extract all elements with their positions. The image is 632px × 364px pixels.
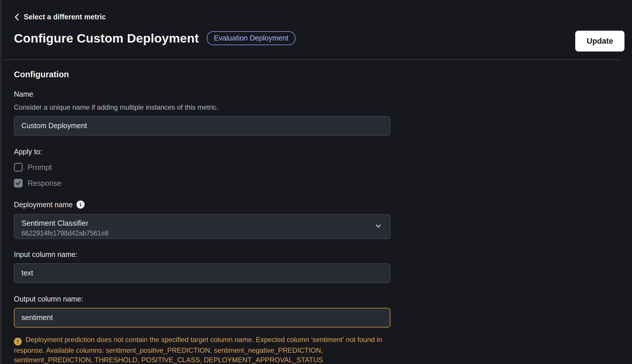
back-link[interactable]: Select a different metric <box>14 13 106 21</box>
deployment-name-label: Deployment name <box>14 201 73 209</box>
deployment-select-value: Sentiment Classifier <box>21 219 370 228</box>
deployment-warning-message: !Deployment prediction does not contain … <box>14 335 385 364</box>
output-column-label: Output column name: <box>14 295 390 303</box>
warning-text: Deployment prediction does not contain t… <box>14 336 382 364</box>
chevron-down-icon <box>374 222 382 231</box>
configure-custom-deployment-page: Select a different metric Configure Cust… <box>0 0 632 364</box>
input-column-input[interactable] <box>14 263 390 283</box>
info-icon[interactable]: i <box>76 201 85 209</box>
apply-to-option-prompt[interactable]: Prompt <box>14 163 52 172</box>
configuration-section-title: Configuration <box>14 70 390 79</box>
input-column-label: Input column name: <box>14 250 390 259</box>
header-divider <box>3 59 620 60</box>
deployment-select-id: 6622914fe1798d42ab7561e8 <box>21 229 370 237</box>
prompt-checkbox[interactable] <box>14 163 23 172</box>
chevron-left-icon <box>14 13 20 21</box>
back-link-label: Select a different metric <box>24 13 106 21</box>
configuration-form: Configuration Name Consider a unique nam… <box>14 70 390 364</box>
name-input[interactable] <box>14 116 390 136</box>
prompt-checkbox-label: Prompt <box>28 163 52 172</box>
name-label: Name <box>14 90 390 98</box>
check-icon <box>15 180 21 186</box>
response-checkbox-label: Response <box>28 179 61 188</box>
warning-icon: ! <box>14 338 22 345</box>
title-row: Configure Custom Deployment Evaluation D… <box>14 31 632 45</box>
output-column-input[interactable] <box>14 308 390 328</box>
deployment-select[interactable]: Sentiment Classifier 6622914fe1798d42ab7… <box>14 214 390 239</box>
response-checkbox[interactable] <box>14 179 23 187</box>
update-button[interactable]: Update <box>575 31 624 52</box>
page-title: Configure Custom Deployment <box>14 31 199 45</box>
apply-to-option-response[interactable]: Response <box>14 179 61 188</box>
name-hint: Consider a unique name if adding multipl… <box>14 103 390 111</box>
evaluation-deployment-badge: Evaluation Deployment <box>207 31 295 45</box>
apply-to-label: Apply to: <box>14 148 390 156</box>
deployment-name-label-row: Deployment name i <box>14 201 390 209</box>
